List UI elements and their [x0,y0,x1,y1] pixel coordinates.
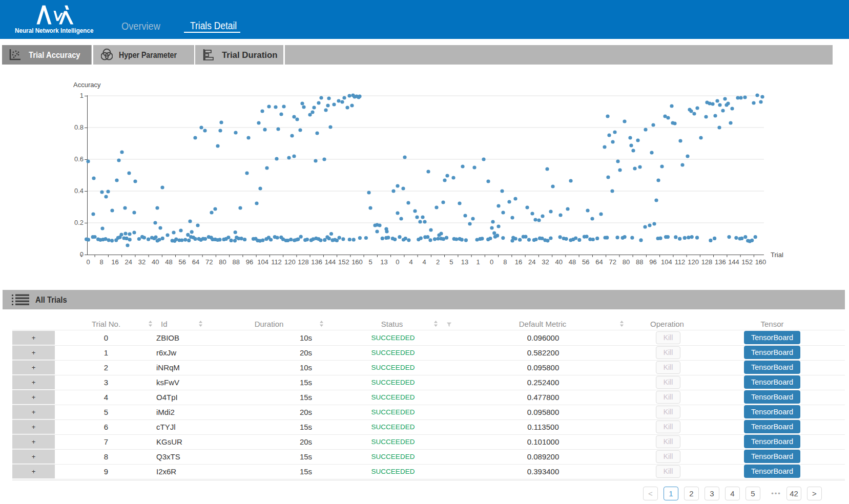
svg-text:4: 4 [409,258,412,266]
svg-text:152: 152 [338,258,349,266]
svg-text:13: 13 [380,258,387,266]
svg-text:80: 80 [623,258,630,266]
svg-text:40: 40 [152,258,159,266]
svg-text:0.4: 0.4 [74,187,84,195]
svg-text:4: 4 [423,258,426,266]
svg-text:8: 8 [503,258,507,266]
svg-text:56: 56 [582,258,589,266]
svg-text:1: 1 [477,258,480,266]
svg-text:72: 72 [609,258,616,266]
svg-text:48: 48 [569,258,576,266]
svg-text:72: 72 [205,258,213,266]
svg-text:32: 32 [138,258,146,266]
svg-text:24: 24 [125,258,132,266]
svg-text:104: 104 [661,258,672,266]
svg-text:88: 88 [233,258,240,266]
svg-text:0.2: 0.2 [74,219,84,226]
svg-text:120: 120 [284,258,296,266]
svg-text:16: 16 [111,258,118,266]
svg-text:1: 1 [80,92,84,99]
svg-text:120: 120 [688,258,699,266]
svg-text:2: 2 [436,258,440,266]
svg-text:0: 0 [86,258,90,266]
svg-text:128: 128 [701,258,713,266]
svg-text:144: 144 [728,258,739,266]
svg-text:40: 40 [555,258,563,266]
svg-text:48: 48 [165,258,172,266]
svg-text:13: 13 [461,258,468,266]
svg-text:152: 152 [741,258,753,266]
svg-text:160: 160 [755,258,767,266]
svg-text:0: 0 [490,258,493,266]
svg-text:56: 56 [179,258,186,266]
svg-text:8: 8 [100,258,103,266]
svg-text:160: 160 [351,258,363,266]
svg-text:144: 144 [325,258,336,266]
svg-text:Trial: Trial [771,251,783,259]
svg-text:32: 32 [542,258,549,266]
svg-text:0.6: 0.6 [74,155,84,163]
svg-text:128: 128 [298,258,309,266]
svg-text:Accuracy: Accuracy [73,81,101,89]
svg-text:64: 64 [595,258,603,266]
svg-text:104: 104 [257,258,268,266]
svg-text:24: 24 [528,258,535,266]
svg-text:136: 136 [715,258,726,266]
svg-text:64: 64 [192,258,199,266]
svg-text:136: 136 [311,258,322,266]
svg-text:112: 112 [675,258,686,266]
svg-text:96: 96 [246,258,253,266]
svg-text:80: 80 [219,258,226,266]
svg-text:0: 0 [396,258,399,266]
svg-text:16: 16 [515,258,522,266]
svg-text:88: 88 [636,258,643,266]
svg-text:5: 5 [369,258,372,266]
svg-text:0.8: 0.8 [74,123,84,131]
svg-text:112: 112 [271,258,282,266]
svg-text:5: 5 [449,258,453,266]
svg-text:96: 96 [649,258,656,266]
